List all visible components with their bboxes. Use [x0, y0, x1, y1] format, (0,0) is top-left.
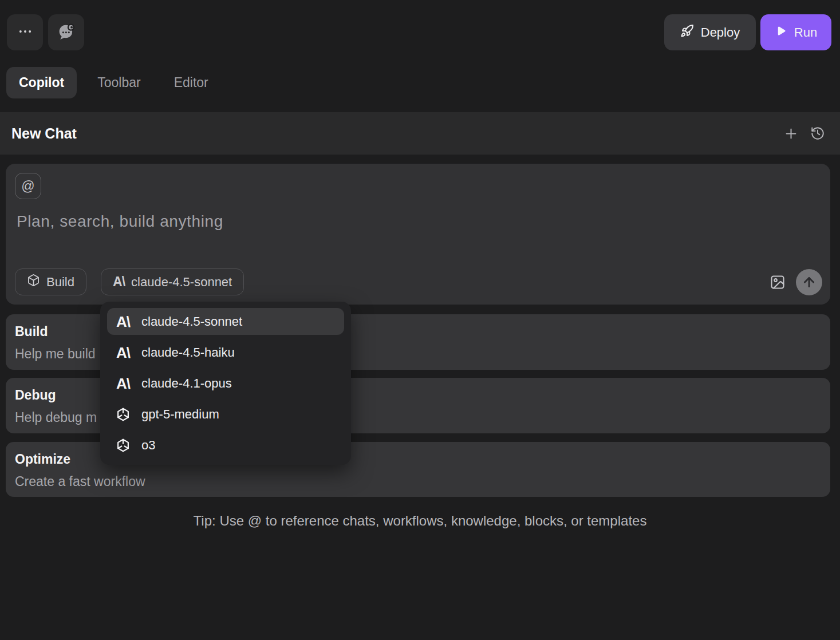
at-icon: @: [21, 179, 34, 194]
arrow-up-icon: [802, 275, 817, 290]
model-option-claude-4-5-sonnet[interactable]: A\ claude-4.5-sonnet: [107, 308, 344, 335]
chat-mascot-icon: [56, 21, 77, 44]
anthropic-icon: A\: [116, 345, 130, 360]
chat-input-panel[interactable]: @ Plan, search, build anything Build A\ …: [6, 164, 830, 305]
run-button[interactable]: Run: [760, 14, 831, 50]
play-icon: [775, 25, 787, 41]
rocket-icon: [680, 24, 694, 41]
selected-model-label: claude-4.5-sonnet: [131, 275, 232, 290]
model-option-label: claude-4.1-opus: [141, 376, 232, 391]
copilot-panel: Deploy Run Copilot Toolbar Editor New Ch…: [0, 0, 840, 640]
model-dropdown: A\ claude-4.5-sonnet A\ claude-4.5-haiku…: [100, 302, 351, 465]
mode-label: Build: [46, 275, 74, 290]
mention-button[interactable]: @: [15, 173, 41, 199]
attach-image-button[interactable]: [770, 274, 786, 290]
plus-icon: [783, 126, 799, 141]
model-option-claude-4-5-haiku[interactable]: A\ claude-4.5-haiku: [107, 339, 344, 366]
model-option-label: claude-4.5-haiku: [141, 345, 235, 360]
panel-tabs: Copilot Toolbar Editor: [6, 67, 221, 98]
model-selector-button[interactable]: A\ claude-4.5-sonnet: [101, 268, 244, 295]
ellipsis-icon: [17, 23, 33, 42]
tip-text: Tip: Use @ to reference chats, workflows…: [0, 513, 840, 529]
chat-input-placeholder[interactable]: Plan, search, build anything: [17, 212, 223, 231]
box-icon: [27, 274, 40, 290]
more-options-button[interactable]: [7, 14, 43, 50]
model-option-gpt-5-medium[interactable]: gpt-5-medium: [107, 401, 344, 428]
tab-toolbar[interactable]: Toolbar: [85, 67, 153, 98]
model-option-label: gpt-5-medium: [141, 407, 219, 422]
anthropic-icon: A\: [116, 314, 130, 329]
model-option-o3[interactable]: o3: [107, 432, 344, 459]
model-option-label: o3: [141, 438, 155, 453]
tab-editor[interactable]: Editor: [161, 67, 221, 98]
image-icon: [770, 274, 786, 290]
model-option-claude-4-1-opus[interactable]: A\ claude-4.1-opus: [107, 370, 344, 397]
chat-header-bar: New Chat: [0, 112, 840, 155]
mode-selector-button[interactable]: Build: [15, 268, 86, 295]
run-label: Run: [794, 25, 817, 40]
history-icon: [810, 126, 825, 141]
anthropic-icon: A\: [113, 275, 125, 289]
openai-icon: [115, 437, 132, 453]
send-button[interactable]: [796, 269, 822, 295]
model-option-label: claude-4.5-sonnet: [141, 314, 242, 329]
deploy-button[interactable]: Deploy: [664, 14, 756, 50]
openai-icon: [115, 406, 132, 422]
card-subtitle: Create a fast workflow: [15, 474, 821, 489]
new-chat-button[interactable]: [783, 126, 799, 141]
copilot-assistant-button[interactable]: [48, 14, 84, 50]
anthropic-icon: A\: [116, 376, 130, 391]
chat-history-button[interactable]: [810, 126, 825, 141]
deploy-label: Deploy: [701, 25, 740, 40]
chat-title: New Chat: [11, 125, 77, 142]
tab-copilot[interactable]: Copilot: [6, 67, 77, 98]
